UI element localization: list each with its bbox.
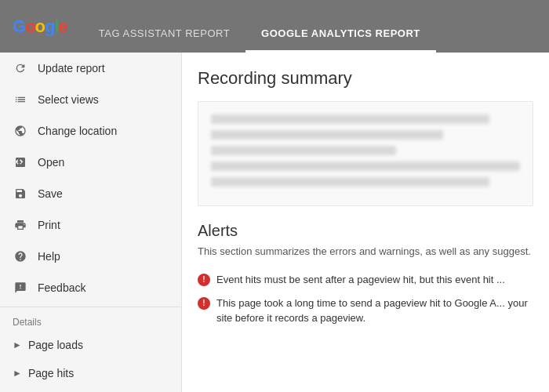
blur-line-5 xyxy=(211,177,489,187)
alert-text-1: Event hits must be sent after a pageview… xyxy=(216,273,505,287)
help-icon xyxy=(13,249,28,264)
recording-summary-title: Recording summary xyxy=(198,68,533,89)
sidebar: Update report Select views Change locati… xyxy=(0,53,182,392)
save-icon xyxy=(13,186,28,201)
sidebar-item-change-location[interactable]: Change location xyxy=(0,115,181,147)
sidebar-item-label: Update report xyxy=(38,62,105,74)
sidebar-item-help[interactable]: Help xyxy=(0,241,181,272)
refresh-icon xyxy=(13,60,28,76)
alerts-title: Alerts xyxy=(198,222,533,240)
feedback-icon xyxy=(13,280,28,296)
print-icon xyxy=(13,217,28,233)
sidebar-item-update-report[interactable]: Update report xyxy=(0,53,181,84)
header: Google TAG ASSISTANT REPORT GOOGLE ANALY… xyxy=(0,0,549,53)
tab-tag-assistant[interactable]: TAG ASSISTANT REPORT xyxy=(83,27,245,53)
sidebar-item-label: Select views xyxy=(38,93,99,106)
google-logo: Google xyxy=(13,16,67,37)
sidebar-item-label: Save xyxy=(38,187,63,200)
globe-icon xyxy=(13,123,28,139)
recording-summary-blurred xyxy=(198,101,533,206)
details-label: Details xyxy=(0,310,181,331)
sidebar-item-page-hits[interactable]: ► Page hits xyxy=(0,359,181,387)
blur-line-2 xyxy=(211,130,443,140)
sidebar-item-label: Feedback xyxy=(38,281,85,294)
sidebar-item-save[interactable]: Save xyxy=(0,178,181,209)
blur-line-4 xyxy=(211,162,520,171)
sidebar-item-label: Open xyxy=(38,156,64,169)
sidebar-expandable-label: Page hits xyxy=(28,367,74,379)
sidebar-item-select-views[interactable]: Select views xyxy=(0,84,181,115)
main-content: Recording summary Alerts This section su… xyxy=(182,53,549,392)
blur-line-3 xyxy=(211,146,396,155)
chevron-right-icon: ► xyxy=(13,368,22,379)
sidebar-item-label: Help xyxy=(38,250,60,263)
alert-item-1: ! Event hits must be sent after a pagevi… xyxy=(198,268,533,292)
nav-tabs: TAG ASSISTANT REPORT GOOGLE ANALYTICS RE… xyxy=(83,0,436,53)
alert-text-2: This page took a long time to send a pag… xyxy=(216,296,533,325)
sidebar-item-event-hits[interactable]: ► Event hits xyxy=(0,387,181,392)
blur-line-1 xyxy=(211,114,489,124)
alerts-description: This section summarizes the errors and w… xyxy=(198,245,533,259)
chevron-right-icon: ► xyxy=(13,339,22,350)
sidebar-item-feedback[interactable]: Feedback xyxy=(0,272,181,303)
error-icon-2: ! xyxy=(198,297,210,310)
open-icon xyxy=(13,154,28,170)
sidebar-item-label: Print xyxy=(38,219,60,231)
sidebar-item-open[interactable]: Open xyxy=(0,147,181,178)
sidebar-item-print[interactable]: Print xyxy=(0,209,181,241)
alert-item-2: ! This page took a long time to send a p… xyxy=(198,292,533,329)
sidebar-item-page-loads[interactable]: ► Page loads xyxy=(0,331,181,359)
list-icon xyxy=(13,92,28,107)
sidebar-expandable-label: Page loads xyxy=(28,339,83,351)
tab-google-analytics[interactable]: GOOGLE ANALYTICS REPORT xyxy=(245,27,436,53)
logo-text: Google xyxy=(13,16,67,37)
sidebar-divider xyxy=(0,307,181,307)
layout: Update report Select views Change locati… xyxy=(0,53,549,392)
sidebar-item-label: Change location xyxy=(38,125,117,137)
error-icon-1: ! xyxy=(198,274,210,286)
